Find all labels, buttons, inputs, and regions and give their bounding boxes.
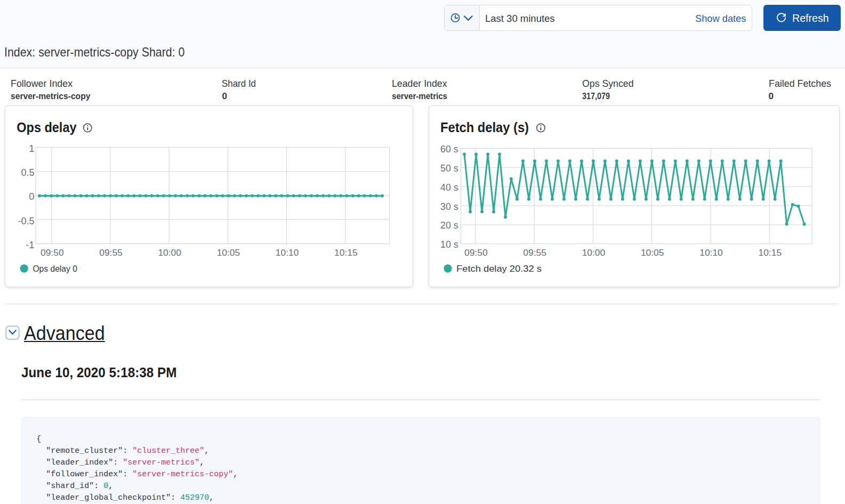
svg-text:50 s: 50 s <box>440 162 458 174</box>
svg-text:10:05: 10:05 <box>217 247 240 258</box>
svg-text:40 s: 40 s <box>440 182 458 193</box>
svg-text:10:05: 10:05 <box>641 247 664 258</box>
svg-text:60 s: 60 s <box>440 143 458 155</box>
svg-text:30 s: 30 s <box>440 201 458 212</box>
svg-text:0: 0 <box>29 191 34 202</box>
svg-text:09:50: 09:50 <box>41 247 64 258</box>
svg-text:09:55: 09:55 <box>99 247 123 258</box>
svg-text:10 s: 10 s <box>440 239 458 250</box>
svg-text:10:15: 10:15 <box>759 247 782 258</box>
svg-text:Ops delay 0: Ops delay 0 <box>33 264 77 274</box>
svg-text:10:10: 10:10 <box>699 247 723 258</box>
svg-text:20 s: 20 s <box>440 220 458 231</box>
svg-text:10:15: 10:15 <box>334 247 358 258</box>
svg-text:10:00: 10:00 <box>582 247 606 258</box>
svg-text:Fetch delay 20.32 s: Fetch delay 20.32 s <box>456 264 542 274</box>
svg-text:09:50: 09:50 <box>464 247 488 258</box>
svg-text:1: 1 <box>29 143 34 154</box>
svg-text:Ops delay: Ops delay <box>17 119 77 135</box>
svg-text:09:55: 09:55 <box>523 247 546 258</box>
svg-text:10:10: 10:10 <box>276 247 299 258</box>
svg-text:0.5: 0.5 <box>21 167 35 178</box>
svg-text:-1: -1 <box>26 239 34 250</box>
svg-text:10:00: 10:00 <box>158 247 181 258</box>
svg-text:-0.5: -0.5 <box>18 215 35 226</box>
svg-text:Fetch delay (s): Fetch delay (s) <box>440 119 529 135</box>
